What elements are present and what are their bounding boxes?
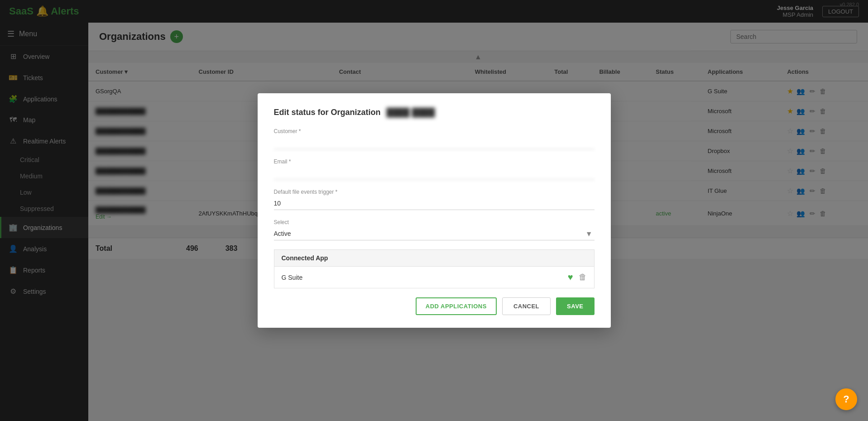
select-label: Select [274,219,595,225]
modal-overlay[interactable]: Edit status for Organization ████ ████ C… [0,0,868,421]
heart-icon[interactable]: ♥ [568,272,573,282]
add-applications-button[interactable]: ADD APPLICATIONS [416,297,497,315]
file-trigger-input[interactable] [274,197,595,210]
delete-connected-app-icon[interactable]: 🗑 [579,273,587,282]
connected-app-row: G Suite ♥ 🗑 [274,266,595,288]
email-field-group: Email * [274,158,595,180]
help-button[interactable]: ? [835,388,857,410]
connected-app-section: Connected App G Suite ♥ 🗑 [274,249,595,288]
customer-label: Customer * [274,128,595,134]
customer-input[interactable] [274,136,595,149]
status-select[interactable]: Active Inactive Suspended [274,227,595,240]
save-button[interactable]: SAVE [556,297,594,315]
customer-field-group: Customer * [274,128,595,149]
email-label: Email * [274,158,595,165]
select-wrapper: Active Inactive Suspended ▼ [274,227,595,240]
file-trigger-label: Default file events trigger * [274,189,595,195]
connected-app-header: Connected App [274,249,595,266]
org-name-blurred: ████ ████ [387,108,435,117]
email-input[interactable] [274,167,595,180]
modal-buttons: ADD APPLICATIONS CANCEL SAVE [274,297,595,315]
connected-app-actions: ♥ 🗑 [568,272,587,282]
file-trigger-field-group: Default file events trigger * [274,189,595,210]
modal-title: Edit status for Organization ████ ████ [274,108,595,117]
modal-dialog: Edit status for Organization ████ ████ C… [258,93,611,328]
connected-app-name: G Suite [282,274,303,281]
select-field-group: Select Active Inactive Suspended ▼ [274,219,595,240]
cancel-button[interactable]: CANCEL [502,297,551,315]
